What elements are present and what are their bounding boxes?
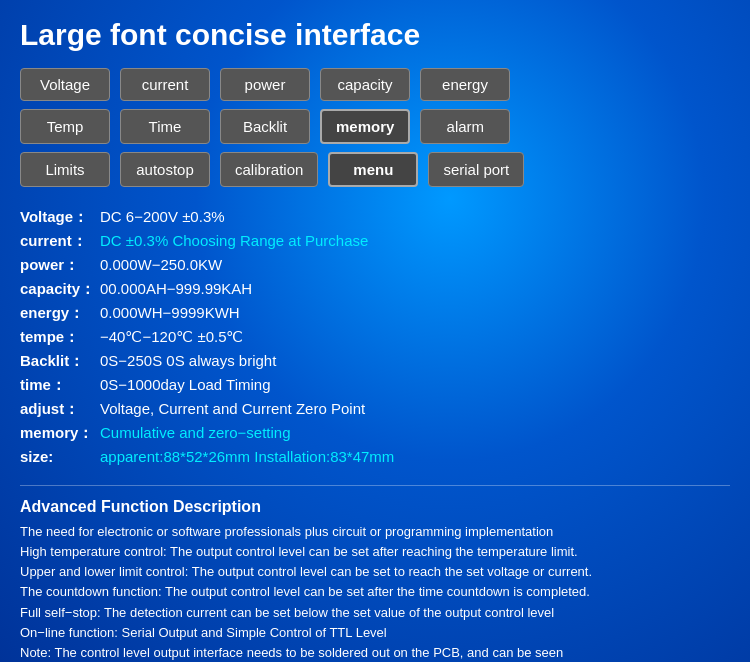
advanced-line-2: High temperature control: The output con… (20, 542, 730, 562)
button-row-1: Voltage current power capacity energy (20, 68, 730, 101)
spec-row-backlit: Backlit： 0S−250S 0S always bright (20, 349, 730, 373)
spec-row-tempe: tempe： −40℃−120℃ ±0.5℃ (20, 325, 730, 349)
spec-value-size: apparent:88*52*26mm Installation:83*47mm (100, 445, 394, 469)
spec-label-voltage: Voltage： (20, 205, 100, 229)
advanced-line-5: Full self−stop: The detection current ca… (20, 603, 730, 623)
spec-label-adjust: adjust： (20, 397, 100, 421)
spec-value-power: 0.000W−250.0KW (100, 253, 222, 277)
page-wrapper: Large font concise interface Voltage cur… (0, 0, 750, 662)
button-grid: Voltage current power capacity energy Te… (20, 68, 730, 187)
advanced-line-7: Note: The control level output interface… (20, 643, 730, 662)
btn-time[interactable]: Time (120, 109, 210, 144)
btn-voltage[interactable]: Voltage (20, 68, 110, 101)
spec-value-tempe: −40℃−120℃ ±0.5℃ (100, 325, 243, 349)
btn-menu[interactable]: menu (328, 152, 418, 187)
advanced-title: Advanced Function Description (20, 498, 730, 516)
spec-label-power: power： (20, 253, 100, 277)
spec-label-memory: memory： (20, 421, 100, 445)
spec-label-backlit: Backlit： (20, 349, 100, 373)
spec-row-adjust: adjust： Voltage, Current and Current Zer… (20, 397, 730, 421)
spec-value-energy: 0.000WH−9999KWH (100, 301, 240, 325)
btn-autostop[interactable]: autostop (120, 152, 210, 187)
spec-row-size: size: apparent:88*52*26mm Installation:8… (20, 445, 730, 469)
spec-row-energy: energy： 0.000WH−9999KWH (20, 301, 730, 325)
spec-row-power: power： 0.000W−250.0KW (20, 253, 730, 277)
spec-row-memory: memory： Cumulative and zero−setting (20, 421, 730, 445)
btn-memory[interactable]: memory (320, 109, 410, 144)
spec-value-current: DC ±0.3% Choosing Range at Purchase (100, 229, 368, 253)
spec-label-size: size: (20, 445, 100, 469)
btn-current[interactable]: current (120, 68, 210, 101)
spec-label-capacity: capacity： (20, 277, 100, 301)
spec-value-voltage: DC 6−200V ±0.3% (100, 205, 225, 229)
page-title: Large font concise interface (20, 18, 730, 52)
btn-alarm[interactable]: alarm (420, 109, 510, 144)
spec-value-memory: Cumulative and zero−setting (100, 421, 291, 445)
button-row-2: Temp Time Backlit memory alarm (20, 109, 730, 144)
btn-energy[interactable]: energy (420, 68, 510, 101)
advanced-line-3: Upper and lower limit control: The outpu… (20, 562, 730, 582)
advanced-description: The need for electronic or software prof… (20, 522, 730, 662)
spec-value-backlit: 0S−250S 0S always bright (100, 349, 276, 373)
spec-label-tempe: tempe： (20, 325, 100, 349)
spec-label-time: time： (20, 373, 100, 397)
spec-label-current: current： (20, 229, 100, 253)
advanced-line-1: The need for electronic or software prof… (20, 522, 730, 542)
btn-serialport[interactable]: serial port (428, 152, 524, 187)
advanced-line-6: On−line function: Serial Output and Simp… (20, 623, 730, 643)
btn-power[interactable]: power (220, 68, 310, 101)
spec-row-capacity: capacity： 00.000AH−999.99KAH (20, 277, 730, 301)
btn-limits[interactable]: Limits (20, 152, 110, 187)
spec-row-voltage: Voltage： DC 6−200V ±0.3% (20, 205, 730, 229)
specs-table: Voltage： DC 6−200V ±0.3% current： DC ±0.… (20, 205, 730, 469)
btn-calibration[interactable]: calibration (220, 152, 318, 187)
spec-label-energy: energy： (20, 301, 100, 325)
section-divider (20, 485, 730, 486)
spec-value-capacity: 00.000AH−999.99KAH (100, 277, 252, 301)
btn-capacity[interactable]: capacity (320, 68, 410, 101)
button-row-3: Limits autostop calibration menu serial … (20, 152, 730, 187)
spec-row-time: time： 0S−1000day Load Timing (20, 373, 730, 397)
spec-value-adjust: Voltage, Current and Current Zero Point (100, 397, 365, 421)
btn-temp[interactable]: Temp (20, 109, 110, 144)
spec-value-time: 0S−1000day Load Timing (100, 373, 271, 397)
advanced-line-4: The countdown function: The output contr… (20, 582, 730, 602)
spec-row-current: current： DC ±0.3% Choosing Range at Purc… (20, 229, 730, 253)
btn-backlit[interactable]: Backlit (220, 109, 310, 144)
